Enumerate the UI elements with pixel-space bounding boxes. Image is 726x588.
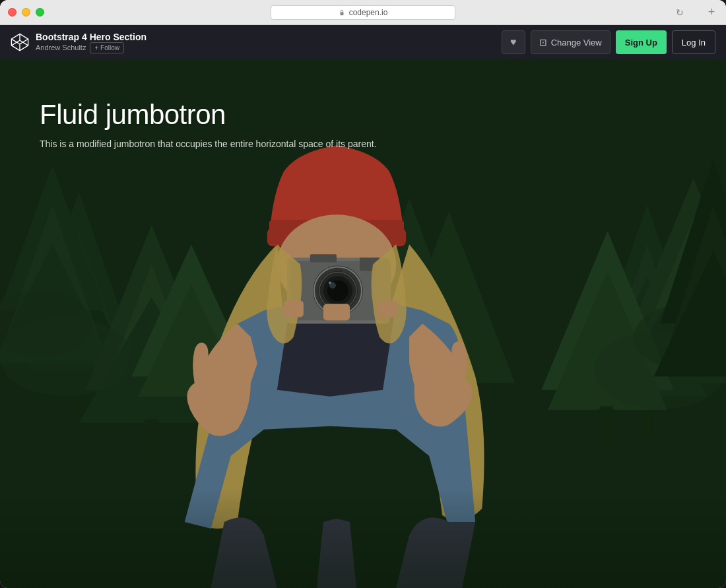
maximize-button[interactable]	[36, 8, 44, 16]
signup-button[interactable]: Sign Up	[616, 30, 667, 54]
hero-text-block: Fluid jumbotron This is a modified jumbo…	[40, 99, 377, 149]
traffic-lights	[8, 8, 44, 16]
codepen-logo-icon	[11, 33, 29, 51]
close-button[interactable]	[8, 8, 16, 16]
login-button[interactable]: Log In	[672, 30, 715, 54]
url-text: codepen.io	[349, 8, 388, 17]
browser-window: codepen.io ↻ + Bootstrap 4 Hero Section …	[0, 0, 726, 588]
follow-button[interactable]: + Follow	[90, 42, 124, 53]
change-view-button[interactable]: ⊡ Change View	[531, 30, 610, 54]
address-bar[interactable]: codepen.io	[271, 5, 455, 20]
reload-button[interactable]: ↻	[673, 6, 686, 19]
minimize-button[interactable]	[22, 8, 30, 16]
pen-title: Bootstrap 4 Hero Section	[36, 32, 147, 42]
author-name: Andrew Schultz	[36, 44, 86, 51]
hero-subtext: This is a modified jumbotron that occupi…	[40, 139, 377, 149]
svg-rect-0	[340, 12, 343, 15]
pen-author-row: Andrew Schultz + Follow	[36, 42, 147, 53]
heart-icon: ♥	[510, 36, 517, 48]
hero-heading: Fluid jumbotron	[40, 99, 377, 131]
change-view-label: Change View	[551, 38, 602, 48]
monitor-icon: ⊡	[539, 37, 547, 48]
codepen-logo-area	[11, 33, 29, 51]
new-tab-button[interactable]: +	[705, 6, 718, 19]
lock-icon	[339, 9, 345, 16]
title-bar: codepen.io ↻ +	[0, 0, 726, 25]
codepen-navbar: Bootstrap 4 Hero Section Andrew Schultz …	[0, 25, 726, 59]
nav-actions: ♥ ⊡ Change View Sign Up Log In	[502, 30, 715, 54]
heart-button[interactable]: ♥	[502, 30, 525, 54]
pen-info: Bootstrap 4 Hero Section Andrew Schultz …	[36, 32, 147, 53]
hero-content-area: Fluid jumbotron This is a modified jumbo…	[0, 59, 726, 588]
